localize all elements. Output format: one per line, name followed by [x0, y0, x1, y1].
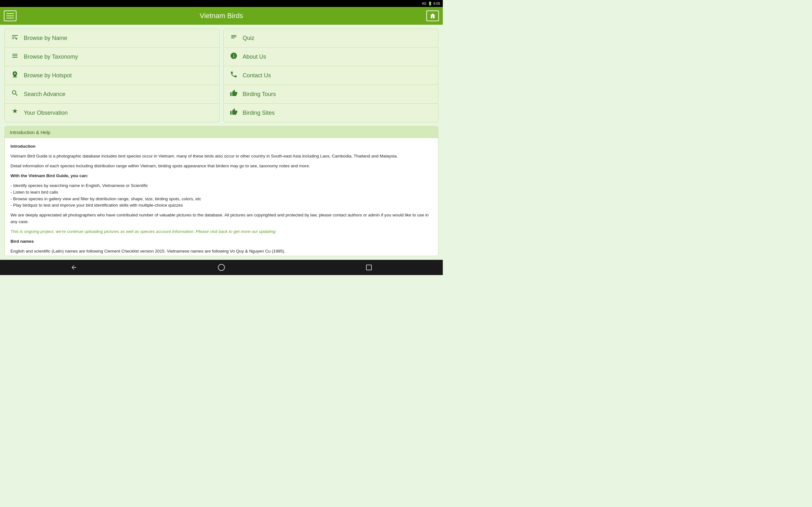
- browse-by-hotspot-item[interactable]: Browse by Hotspot: [5, 66, 219, 85]
- app-title: Vietnam Birds: [200, 12, 243, 20]
- menu-button[interactable]: [4, 10, 16, 21]
- intro-header: Introduction & Help: [5, 126, 438, 138]
- browse-by-taxonomy-label: Browse by Taxonomy: [24, 54, 78, 60]
- birding-sites-label: Birding Sites: [243, 110, 275, 116]
- browse-by-taxonomy-item[interactable]: Browse by Taxonomy: [5, 48, 219, 66]
- bird-names-heading: Bird names: [10, 238, 432, 245]
- battery-icon: 🔋: [428, 2, 432, 6]
- bullet2: Listen to learn bird calls: [10, 189, 432, 196]
- bullet3: Browse species in gallery view and filte…: [10, 196, 432, 203]
- intro-p1: Vietnam Bird Guide is a photographic dat…: [10, 153, 432, 160]
- recents-button[interactable]: [359, 261, 378, 274]
- with-guide-heading: With the Vietnam Bird Guide, you can:: [10, 173, 432, 179]
- search-advance-item[interactable]: Search Advance: [5, 85, 219, 104]
- contact-icon: [229, 71, 238, 80]
- home-circle-icon: [218, 264, 225, 271]
- search-advance-label: Search Advance: [24, 91, 65, 98]
- right-panel: Quiz About Us Contact Us: [223, 29, 438, 122]
- bullet4: Play birdquiz to test and improve your b…: [10, 202, 432, 209]
- hotspot-icon: [10, 71, 19, 80]
- your-observation-label: Your Observation: [24, 110, 67, 116]
- home-button[interactable]: [426, 10, 439, 21]
- about-us-item[interactable]: About Us: [223, 48, 438, 66]
- intro-body: Introduction Vietnam Bird Guide is a pho…: [5, 138, 438, 256]
- about-icon: [229, 52, 238, 61]
- your-observation-item[interactable]: Your Observation: [5, 104, 219, 122]
- birding-tours-item[interactable]: Birding Tours: [223, 85, 438, 104]
- sort-icon: [10, 33, 19, 43]
- intro-heading: Introduction: [10, 143, 432, 150]
- bird-names-p: English and scientific (Latin) names are…: [10, 248, 432, 255]
- quiz-icon: [229, 33, 238, 43]
- back-button[interactable]: [64, 261, 84, 274]
- contact-us-item[interactable]: Contact Us: [223, 66, 438, 85]
- about-us-label: About Us: [243, 54, 266, 60]
- contact-us-label: Contact Us: [243, 72, 271, 79]
- left-panel: Browse by Name Browse by Taxonomy B: [4, 29, 219, 122]
- photographers-p: We are deeply appreciated all photograph…: [10, 212, 432, 225]
- browse-by-name-item[interactable]: Browse by Name: [5, 29, 219, 48]
- birding-sites-item[interactable]: Birding Sites: [223, 104, 438, 122]
- feature-list: Identify species by searching name in En…: [10, 182, 432, 209]
- bullet1: Identify species by searching name in En…: [10, 182, 432, 189]
- quiz-label: Quiz: [243, 35, 254, 42]
- sites-icon: [229, 108, 238, 118]
- home-circle-button[interactable]: [212, 261, 231, 274]
- status-bar: 4G 🔋 8:05: [0, 0, 443, 7]
- top-bar: Vietnam Birds: [0, 7, 443, 25]
- browse-by-hotspot-label: Browse by Hotspot: [24, 72, 72, 79]
- menu-grid: Browse by Name Browse by Taxonomy B: [4, 29, 438, 122]
- main-content: Browse by Name Browse by Taxonomy B: [0, 25, 443, 260]
- observation-icon: [10, 108, 19, 118]
- intro-section: Introduction & Help Introduction Vietnam…: [4, 126, 438, 256]
- quiz-item[interactable]: Quiz: [223, 29, 438, 48]
- network-indicator: 4G: [422, 2, 426, 5]
- taxonomy-icon: [10, 52, 19, 61]
- recents-square-icon: [366, 265, 372, 270]
- search-icon: [10, 89, 19, 99]
- bottom-navigation: [0, 260, 443, 275]
- intro-p2: Detail information of each species inclu…: [10, 163, 432, 170]
- clock: 8:05: [434, 2, 440, 5]
- browse-by-name-label: Browse by Name: [24, 35, 67, 42]
- birding-tours-label: Birding Tours: [243, 91, 276, 98]
- tours-icon: [229, 89, 238, 99]
- ongoing-p: This is ongoing project, we're continue …: [10, 228, 432, 235]
